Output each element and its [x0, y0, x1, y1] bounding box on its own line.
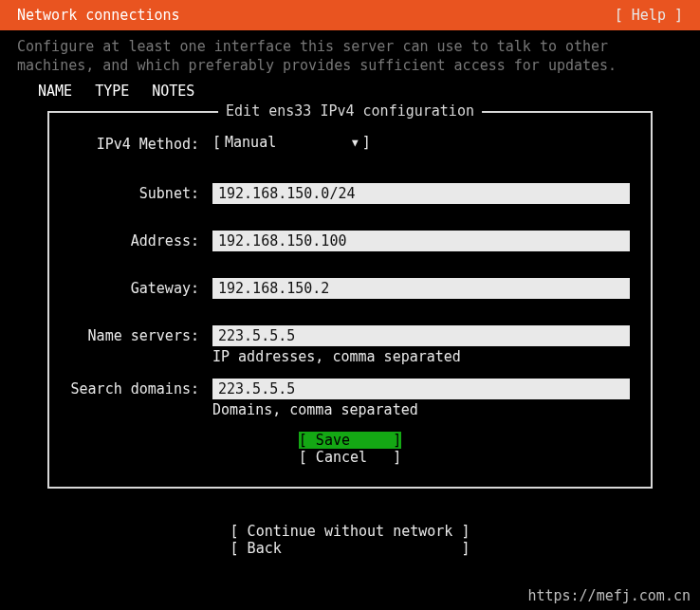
address-label: Address: [70, 231, 212, 250]
search-hint: Domains, comma separated [212, 401, 630, 418]
nameservers-hint: IP addresses, comma separated [212, 348, 630, 365]
nameservers-label: Name servers: [70, 325, 212, 344]
header-title: Network connections [17, 0, 180, 30]
gateway-input[interactable] [212, 278, 630, 299]
column-headers: NAME TYPE NOTES [0, 79, 700, 103]
help-button[interactable]: [ Help ] [615, 0, 683, 30]
method-dropdown[interactable]: [ Manual ▼ ] [212, 134, 371, 151]
dialog-title: Edit ens33 IPv4 configuration [218, 102, 482, 120]
search-input[interactable] [212, 379, 630, 399]
bottom-buttons: [ Continue without network ] [ Back ] [0, 523, 700, 557]
search-label: Search domains: [70, 379, 212, 397]
chevron-down-icon: ▼ [352, 137, 359, 149]
col-name: NAME [38, 83, 72, 100]
subnet-label: Subnet: [70, 183, 212, 202]
save-button[interactable]: [ Save ] [299, 432, 401, 449]
subnet-input[interactable] [212, 183, 630, 204]
bracket-open: [ [212, 134, 221, 151]
bracket-close: ] [362, 134, 371, 151]
address-input[interactable] [212, 231, 630, 251]
col-type: TYPE [95, 83, 129, 100]
nameservers-input[interactable] [212, 325, 630, 346]
cancel-button[interactable]: [ Cancel ] [299, 449, 401, 466]
continue-without-network-button[interactable]: [ Continue without network ] [230, 523, 470, 540]
back-button[interactable]: [ Back ] [230, 540, 470, 557]
ipv4-config-dialog: Edit ens33 IPv4 configuration IPv4 Metho… [47, 111, 653, 489]
method-value: Manual [225, 134, 348, 151]
description-text: Configure at least one interface this se… [0, 30, 700, 79]
col-notes: NOTES [152, 83, 194, 100]
gateway-label: Gateway: [70, 278, 212, 297]
watermark-text: https://mefj.com.cn [527, 587, 691, 604]
header-bar: Network connections [ Help ] [0, 0, 700, 30]
method-label: IPv4 Method: [70, 134, 212, 153]
